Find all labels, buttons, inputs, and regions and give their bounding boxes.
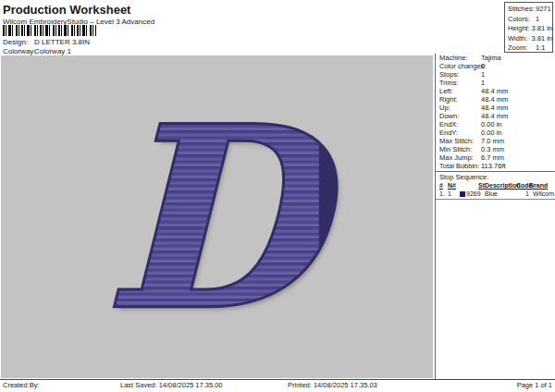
- design-value: D LETTER 3.8IN: [34, 38, 90, 46]
- machine-stat-row: Down:48.4 mm: [436, 112, 555, 120]
- barcode-icon: [3, 25, 96, 36]
- design-row: Design: D LETTER 3.8IN: [3, 38, 90, 46]
- stop-st: 9269: [460, 190, 485, 197]
- design-preview-canvas: D D: [1, 55, 433, 378]
- page-title: Production Worksheet: [3, 3, 130, 17]
- summary-row: Zoom: 1:1: [508, 43, 552, 54]
- summary-row: Width: 3.81 in: [508, 34, 552, 44]
- colorway-label: Colorway:: [3, 47, 34, 55]
- production-worksheet-page: Production Worksheet Wilcom EmbroiderySt…: [0, 0, 555, 392]
- col-num: #: [439, 182, 448, 189]
- page-number: Page 1 of 1: [517, 381, 552, 389]
- summary-row: Stitches: 9271: [508, 5, 552, 15]
- col-n: N#: [448, 182, 460, 189]
- machine-stat-row: Total Bobbin:113.76ft: [436, 162, 555, 170]
- summary-box: Stitches: 9271 Colors: 1 Height: 3.81 in…: [504, 2, 553, 53]
- machine-stat-row: Stops:1: [436, 70, 555, 79]
- machine-stat-row: Left:48.4 mm: [436, 87, 555, 95]
- col-code: Code: [516, 182, 529, 189]
- summary-label: Zoom:: [508, 43, 536, 54]
- machine-stats-list: Machine:Tajima Color changes:0 Stops:1 T…: [436, 54, 555, 170]
- machine-stat-row: Min Stitch:0.3 mm: [436, 145, 555, 153]
- footer-divider: [0, 379, 555, 380]
- col-st: St: [460, 182, 485, 189]
- machine-stat-row: Color changes:0: [436, 62, 555, 70]
- col-brand: Brand: [529, 182, 554, 189]
- stop-num: 1.: [439, 190, 448, 197]
- summary-label: Width:: [508, 34, 531, 44]
- created-by-label: Created By:: [3, 381, 40, 389]
- colorway-row: Colorway: Colorway 1: [3, 47, 71, 55]
- summary-value: 9271: [536, 5, 551, 15]
- footer: Created By: Last Saved: 14/08/2025 17.35…: [0, 381, 555, 392]
- letter-stitch-layer: D: [105, 72, 319, 363]
- stop-sequence-bottom-line: [436, 199, 555, 200]
- stop-sequence-row: 1. 1 9269 Blue 1 Wilcom: [439, 190, 554, 197]
- printed-label: Printed: 14/08/2025 17.35.03: [288, 381, 377, 389]
- summary-row: Colors: 1: [508, 15, 552, 25]
- summary-value: 1:1: [536, 43, 545, 54]
- stop-n: 1: [448, 190, 460, 197]
- summary-label: Stitches:: [508, 5, 536, 15]
- last-saved-label: Last Saved: 14/08/2025 17.35.00: [120, 381, 223, 389]
- machine-stat-row: Up:48.4 mm: [436, 104, 555, 112]
- stop-sequence-divider: [436, 171, 555, 172]
- stop-brand: Wilcom: [529, 190, 554, 197]
- summary-label: Colors:: [508, 15, 536, 25]
- machine-stat-row: EndY:0.00 in: [436, 129, 555, 137]
- embroidered-letter-d: D D: [105, 94, 319, 342]
- stop-code: 1: [516, 190, 529, 197]
- machine-stat-row: Right:48.4 mm: [436, 95, 555, 104]
- design-label: Design:: [3, 38, 34, 46]
- machine-stat-row: Trims:1: [436, 79, 555, 87]
- colorway-value: Colorway 1: [34, 47, 71, 55]
- summary-value: 3.81 in: [531, 24, 552, 34]
- summary-value: 3.81 in: [531, 34, 552, 44]
- stop-description: Blue: [485, 190, 516, 197]
- machine-info-panel: Machine:Tajima Color changes:0 Stops:1 T…: [435, 54, 555, 379]
- machine-stat-row: EndX:0.00 in: [436, 120, 555, 129]
- stop-sequence-title: Stop Sequence:: [439, 173, 488, 181]
- summary-value: 1: [536, 15, 539, 25]
- machine-stat-row: Max Stitch:7.0 mm: [436, 137, 555, 145]
- col-description: Description: [485, 182, 516, 189]
- machine-stat-row: Machine:Tajima: [436, 54, 555, 62]
- machine-stat-row: Max Jump:6.7 mm: [436, 153, 555, 162]
- summary-label: Height:: [508, 24, 531, 34]
- stop-sequence-header: # N# St Description Code Brand: [439, 182, 554, 189]
- summary-row: Height: 3.81 in: [508, 24, 552, 34]
- thread-color-swatch: [460, 191, 465, 197]
